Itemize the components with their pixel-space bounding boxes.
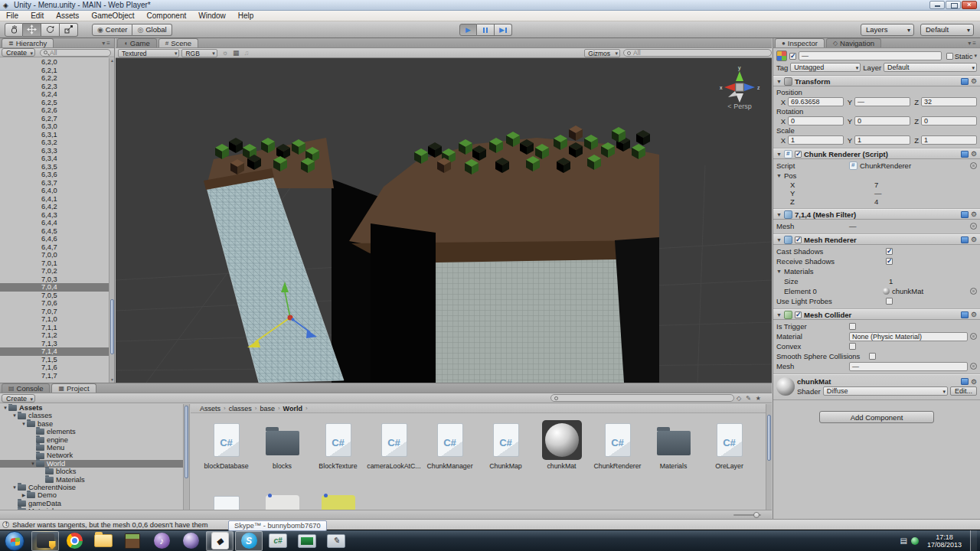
z-field[interactable]: 0 <box>921 116 977 126</box>
project-tree-item[interactable]: Materials <box>0 476 183 484</box>
breadcrumb-item[interactable]: base <box>260 405 283 412</box>
foldout-icon[interactable]: ▼ <box>776 269 782 274</box>
hierarchy-item[interactable]: 7,0,3 <box>0 276 109 284</box>
project-tree-item[interactable]: Network <box>0 452 183 459</box>
scene-orientation-gizmo[interactable]: y x z <box>718 64 761 107</box>
scroll-down-icon[interactable]: ▼ <box>109 377 115 383</box>
move-tool-button[interactable] <box>23 23 41 37</box>
project-file[interactable]: blocks <box>254 413 310 486</box>
hierarchy-create-button[interactable]: Create <box>2 48 35 57</box>
hierarchy-item[interactable]: 6,2,5 <box>0 99 109 107</box>
tray-keyboard-icon[interactable]: ▤ <box>900 536 907 545</box>
hierarchy-item[interactable]: 6,2,7 <box>0 115 109 123</box>
layout-dropdown[interactable]: Default <box>920 24 974 36</box>
help-icon[interactable] <box>961 151 969 158</box>
search-by-type-icon[interactable]: ◇ <box>737 395 741 402</box>
menu-item[interactable]: Window <box>192 11 232 21</box>
active-checkbox[interactable] <box>789 53 796 60</box>
y-field[interactable]: — <box>854 97 910 106</box>
materials-size[interactable]: 1 <box>889 277 893 285</box>
tag-dropdown[interactable]: Untagged <box>790 63 861 72</box>
mesh-collider-header[interactable]: ▼ Mesh Collider ⚙ <box>773 309 980 320</box>
mesh-value[interactable]: — <box>849 222 857 230</box>
mesh-renderer-header[interactable]: ▼ Mesh Renderer ⚙ <box>773 234 980 245</box>
layer-dropdown[interactable]: Default <box>884 63 977 72</box>
edit-shader-button[interactable]: Edit... <box>950 386 977 396</box>
z-field[interactable]: 1 <box>921 135 977 145</box>
hierarchy-item[interactable]: 6,4,2 <box>0 203 109 211</box>
taskbar-icon[interactable] <box>119 531 146 551</box>
project-tree-scrollbar[interactable] <box>184 404 190 510</box>
hierarchy-item[interactable]: 6,3,5 <box>0 163 109 171</box>
foldout-icon[interactable]: ▼ <box>776 237 782 243</box>
gear-icon[interactable]: ⚙ <box>971 378 977 386</box>
start-button[interactable] <box>5 531 24 551</box>
rotate-tool-button[interactable] <box>41 23 60 37</box>
project-file[interactable]: BlockTexture <box>310 413 366 486</box>
hierarchy-item[interactable]: 7,0,6 <box>0 299 109 308</box>
project-file[interactable] <box>254 486 310 510</box>
taskbar-icon[interactable] <box>177 531 204 551</box>
project-tree-item[interactable]: engine <box>0 436 183 444</box>
hierarchy-item[interactable]: 7,1,2 <box>0 331 109 340</box>
project-create-button[interactable]: Create <box>2 394 35 403</box>
hierarchy-item[interactable]: 7,1,7 <box>0 372 109 380</box>
project-tree-item[interactable]: ▼ base <box>0 420 183 428</box>
hierarchy-item[interactable]: 7,0,1 <box>0 259 109 268</box>
project-tree-item[interactable]: elements <box>0 428 183 435</box>
project-file[interactable]: OreLayer <box>701 413 757 486</box>
hierarchy-item[interactable]: 6,2,2 <box>0 74 109 83</box>
project-tree-item[interactable]: blocks <box>0 468 183 475</box>
add-component-button[interactable]: Add Component <box>819 411 934 423</box>
perspective-label[interactable]: < Persp <box>718 103 761 110</box>
material-reference[interactable]: chunkMat <box>892 287 923 295</box>
hand-tool-button[interactable] <box>5 23 23 37</box>
scene-search-input[interactable]: All <box>623 49 772 57</box>
project-tree-item[interactable]: ▼ Assets <box>0 404 183 412</box>
gear-icon[interactable]: ⚙ <box>971 236 977 243</box>
taskbar-icon[interactable] <box>206 531 234 551</box>
physic-material-field[interactable]: None (Physic Material) <box>849 332 968 341</box>
files-scroll-thumb[interactable] <box>767 415 771 461</box>
shader-dropdown[interactable]: Diffuse <box>823 386 948 396</box>
y-field[interactable]: 0 <box>854 116 910 126</box>
foldout-icon[interactable]: ▼ <box>776 173 782 178</box>
component-enabled-checkbox[interactable] <box>795 151 802 158</box>
navigation-tab[interactable]: ◇Navigation <box>826 38 881 47</box>
y-field[interactable]: 1 <box>854 135 910 145</box>
show-desktop-button[interactable] <box>970 530 977 551</box>
hierarchy-item[interactable]: 7,1,6 <box>0 364 109 372</box>
hierarchy-item[interactable]: 6,3,7 <box>0 179 109 187</box>
slider-knob[interactable] <box>753 512 760 518</box>
convex-checkbox[interactable] <box>849 343 856 350</box>
light-probes-checkbox[interactable] <box>886 298 893 305</box>
menu-item[interactable]: File <box>0 11 24 21</box>
pivot-center-button[interactable]: ◉Center <box>92 24 132 36</box>
project-file[interactable]: blockDatabase <box>198 413 254 486</box>
scene-audio-icon[interactable]: ♫ <box>244 49 250 57</box>
hierarchy-item[interactable]: 7,1,3 <box>0 340 109 348</box>
project-file[interactable]: Materials <box>645 413 701 486</box>
hierarchy-tab[interactable]: ≣Hierarchy <box>2 38 54 47</box>
hierarchy-item[interactable]: 6,4,7 <box>0 243 109 252</box>
menu-item[interactable]: GameObject <box>85 11 140 21</box>
scene-tab[interactable]: #Scene <box>158 38 198 47</box>
help-icon[interactable] <box>961 236 969 243</box>
project-file[interactable]: ChunkMap <box>478 413 534 486</box>
hierarchy-item[interactable]: 6,2,0 <box>0 58 109 67</box>
status-bar[interactable]: Shader wants tangents, but the mesh 0,0,… <box>0 519 980 530</box>
play-button[interactable]: ▶ <box>459 24 477 36</box>
hierarchy-item[interactable]: 7,0,4 <box>0 283 109 292</box>
help-icon[interactable] <box>961 378 969 385</box>
hierarchy-item[interactable]: 7,0,5 <box>0 292 109 300</box>
hierarchy-item[interactable]: 6,4,0 <box>0 187 109 195</box>
hierarchy-scroll-thumb[interactable] <box>110 299 114 354</box>
collider-mesh-field[interactable]: — <box>849 362 968 371</box>
render-channel-dropdown[interactable]: RGB <box>181 49 217 57</box>
transform-header[interactable]: ▼ Transform ⚙ <box>773 76 980 86</box>
static-checkbox[interactable] <box>946 53 953 60</box>
panel-menu-icon[interactable]: ▾≡ <box>102 40 112 47</box>
project-tree-item[interactable]: ▼ World <box>0 460 183 468</box>
smooth-sphere-checkbox[interactable] <box>869 353 876 360</box>
project-file[interactable]: ChunkRenderer <box>590 413 645 486</box>
